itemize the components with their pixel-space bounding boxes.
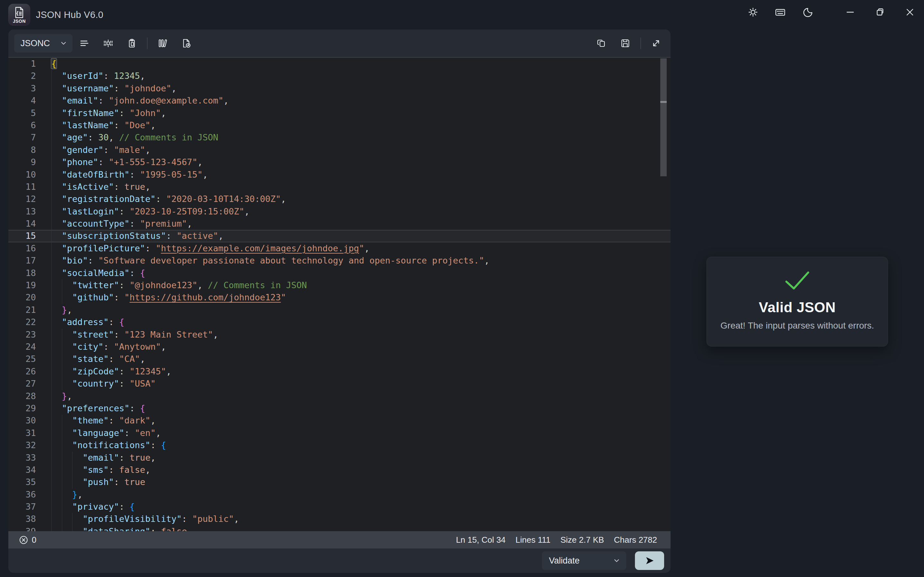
line-number[interactable]: 4 <box>8 95 51 107</box>
line-number[interactable]: 29 <box>8 402 51 414</box>
code-line[interactable]: 28 }, <box>8 390 670 402</box>
code-line[interactable]: 16 "profilePicture": "https://example.co… <box>8 242 670 255</box>
line-number[interactable]: 3 <box>8 82 51 95</box>
line-number[interactable]: 24 <box>8 341 51 353</box>
line-number[interactable]: 19 <box>8 279 51 292</box>
code-line[interactable]: 29 "preferences": { <box>8 402 670 414</box>
line-number[interactable]: 8 <box>8 144 51 156</box>
theme-toggle-button[interactable] <box>803 7 814 18</box>
language-selector[interactable]: JSONC <box>14 34 73 53</box>
minify-button[interactable] <box>99 35 117 52</box>
code-line[interactable]: 12 "registrationDate": "2020-03-10T14:30… <box>8 193 670 205</box>
maximize-button[interactable] <box>875 7 885 18</box>
line-number[interactable]: 14 <box>8 218 51 230</box>
code-line[interactable]: 11 "isActive": true, <box>8 181 670 193</box>
code-line[interactable]: 21 }, <box>8 304 670 316</box>
line-number[interactable]: 33 <box>8 452 51 464</box>
code-line[interactable]: 39 "dataSharing": false <box>8 525 670 531</box>
line-number[interactable]: 7 <box>8 131 51 143</box>
line-number[interactable]: 39 <box>8 525 51 531</box>
code-line[interactable]: 14 "accountType": "premium", <box>8 218 670 230</box>
code-line[interactable]: 7 "age": 30, // Comments in JSON <box>8 131 670 143</box>
close-button[interactable] <box>905 7 915 18</box>
line-number[interactable]: 6 <box>8 119 51 131</box>
line-number[interactable]: 1 <box>8 58 51 70</box>
line-number[interactable]: 16 <box>8 242 51 255</box>
line-number[interactable]: 37 <box>8 501 51 513</box>
line-number[interactable]: 5 <box>8 107 51 119</box>
line-number[interactable]: 35 <box>8 476 51 488</box>
action-selector[interactable]: Validate <box>542 551 626 570</box>
code-line[interactable]: 8 "gender": "male", <box>8 144 670 156</box>
format-button[interactable] <box>76 35 93 52</box>
minimize-button[interactable] <box>845 7 856 18</box>
code-line-text: "sms": false, <box>51 464 670 476</box>
line-number[interactable]: 32 <box>8 439 51 451</box>
code-line[interactable]: 5 "firstName": "John", <box>8 107 670 119</box>
keyboard-button[interactable] <box>775 7 786 18</box>
line-number[interactable]: 17 <box>8 255 51 267</box>
line-number[interactable]: 25 <box>8 353 51 365</box>
code-line[interactable]: 15 "subscriptionStatus": "active", <box>8 230 670 242</box>
line-number[interactable]: 28 <box>8 390 51 402</box>
line-number[interactable]: 20 <box>8 292 51 303</box>
expand-button[interactable] <box>648 35 665 52</box>
code-line[interactable]: 4 "email": "john.doe@example.com", <box>8 95 670 107</box>
code-line[interactable]: 30 "theme": "dark", <box>8 414 670 427</box>
code-line[interactable]: 18 "socialMedia": { <box>8 267 670 279</box>
line-number[interactable]: 9 <box>8 156 51 168</box>
code-line[interactable]: 10 "dateOfBirth": "1995-05-15", <box>8 169 670 181</box>
code-line[interactable]: 24 "city": "Anytown", <box>8 341 670 353</box>
run-button[interactable] <box>635 551 664 570</box>
code-line[interactable]: 26 "zipCode": "12345", <box>8 366 670 378</box>
line-number[interactable]: 15 <box>8 230 51 242</box>
code-line[interactable]: 33 "email": true, <box>8 452 670 464</box>
line-number[interactable]: 2 <box>8 70 51 82</box>
line-number[interactable]: 34 <box>8 464 51 476</box>
code-line[interactable]: 25 "state": "CA", <box>8 353 670 365</box>
code-line[interactable]: 13 "lastLogin": "2023-10-25T09:15:00Z", <box>8 205 670 218</box>
line-number[interactable]: 27 <box>8 378 51 390</box>
code-line[interactable]: 31 "language": "en", <box>8 427 670 439</box>
paste-button[interactable] <box>123 35 141 52</box>
code-line[interactable]: 22 "address": { <box>8 316 670 328</box>
line-number[interactable]: 36 <box>8 488 51 501</box>
code-line[interactable]: 36 }, <box>8 488 670 501</box>
scrollbar[interactable] <box>660 58 667 176</box>
line-number[interactable]: 13 <box>8 205 51 218</box>
export-button[interactable] <box>178 35 195 52</box>
save-button[interactable] <box>617 35 634 52</box>
code-line[interactable]: 23 "street": "123 Main Street", <box>8 329 670 341</box>
code-editor[interactable]: 1{2 "userId": 12345,3 "username": "johnd… <box>8 57 670 531</box>
line-number[interactable]: 23 <box>8 329 51 341</box>
line-number[interactable]: 26 <box>8 366 51 378</box>
line-number[interactable]: 11 <box>8 181 51 193</box>
code-line[interactable]: 34 "sms": false, <box>8 464 670 476</box>
library-button[interactable] <box>154 35 171 52</box>
code-line[interactable]: 19 "twitter": "@johndoe123", // Comments… <box>8 279 670 292</box>
line-number[interactable]: 12 <box>8 193 51 205</box>
line-number[interactable]: 22 <box>8 316 51 328</box>
code-line-text: "phone": "+1-555-123-4567", <box>51 156 670 168</box>
code-line[interactable]: 17 "bio": "Software developer passionate… <box>8 255 670 267</box>
line-number[interactable]: 10 <box>8 169 51 181</box>
line-number[interactable]: 31 <box>8 427 51 439</box>
code-line[interactable]: 9 "phone": "+1-555-123-4567", <box>8 156 670 168</box>
code-line[interactable]: 35 "push": true <box>8 476 670 488</box>
settings-button[interactable] <box>748 7 758 18</box>
json-document-icon <box>14 7 24 18</box>
code-line[interactable]: 38 "profileVisibility": "public", <box>8 513 670 525</box>
code-line[interactable]: 37 "privacy": { <box>8 501 670 513</box>
code-line[interactable]: 1{ <box>8 58 670 70</box>
code-line[interactable]: 2 "userId": 12345, <box>8 70 670 82</box>
line-number[interactable]: 38 <box>8 513 51 525</box>
line-number[interactable]: 30 <box>8 414 51 427</box>
line-number[interactable]: 21 <box>8 304 51 316</box>
code-line[interactable]: 27 "country": "USA" <box>8 378 670 390</box>
code-line[interactable]: 6 "lastName": "Doe", <box>8 119 670 131</box>
copy-button[interactable] <box>593 35 610 52</box>
line-number[interactable]: 18 <box>8 267 51 279</box>
code-line[interactable]: 32 "notifications": { <box>8 439 670 451</box>
code-line[interactable]: 3 "username": "johndoe", <box>8 82 670 95</box>
code-line[interactable]: 20 "github": "https://github.com/johndoe… <box>8 292 670 303</box>
